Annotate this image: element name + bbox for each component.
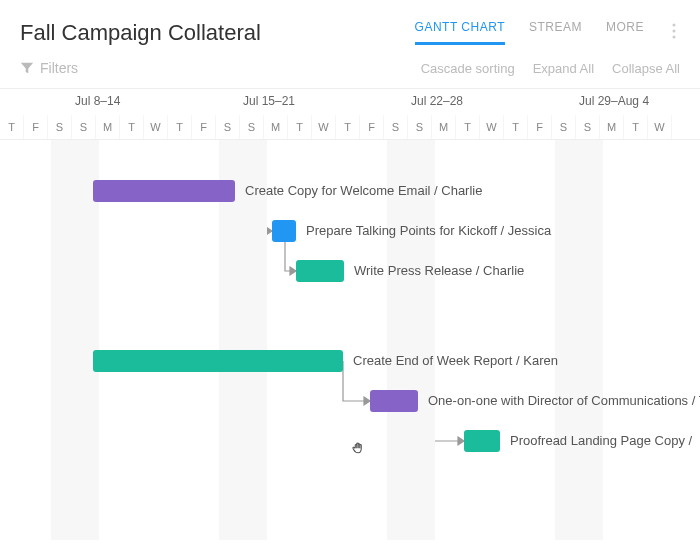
week-label: Jul 15–21	[243, 94, 295, 108]
task-bar[interactable]	[93, 180, 235, 202]
weekend-column	[411, 140, 435, 540]
collapse-all-button[interactable]: Collapse All	[612, 61, 680, 76]
day-cell: T	[336, 115, 360, 139]
chart-actions: Cascade sorting Expand All Collapse All	[421, 61, 680, 76]
day-cell: S	[240, 115, 264, 139]
timeline-header: Jul 8–14 Jul 15–21 Jul 22–28 Jul 29–Aug …	[0, 88, 700, 140]
weekend-column	[51, 140, 75, 540]
day-cell: W	[144, 115, 168, 139]
filter-icon	[20, 61, 34, 75]
task-label: Create End of Week Report / Karen	[353, 353, 558, 368]
day-cell: F	[24, 115, 48, 139]
page-title: Fall Campaign Collateral	[20, 20, 261, 46]
grab-cursor-icon	[350, 440, 368, 462]
day-cell: S	[72, 115, 96, 139]
gantt-chart-body[interactable]: Create Copy for Welcome Email / CharlieP…	[0, 140, 700, 540]
weekend-column	[243, 140, 267, 540]
more-options-icon[interactable]	[668, 23, 680, 43]
day-cell: M	[264, 115, 288, 139]
day-cell: W	[312, 115, 336, 139]
task-label: Create Copy for Welcome Email / Charlie	[245, 183, 482, 198]
day-cell: F	[192, 115, 216, 139]
day-cell: S	[48, 115, 72, 139]
day-cell: T	[504, 115, 528, 139]
filters-label: Filters	[40, 60, 78, 76]
filters-button[interactable]: Filters	[20, 60, 78, 76]
day-cell: M	[432, 115, 456, 139]
week-label: Jul 22–28	[411, 94, 463, 108]
task-label: Write Press Release / Charlie	[354, 263, 524, 278]
tab-stream[interactable]: STREAM	[529, 20, 582, 45]
day-cell: S	[552, 115, 576, 139]
svg-point-0	[673, 23, 676, 26]
task-bar[interactable]	[296, 260, 344, 282]
day-row: TFSSMTWTFSSMTWTFSSMTWTFSSMTW	[0, 115, 700, 139]
weekend-column	[387, 140, 411, 540]
day-cell: T	[624, 115, 648, 139]
day-cell: M	[600, 115, 624, 139]
day-cell: S	[408, 115, 432, 139]
day-cell: F	[360, 115, 384, 139]
expand-all-button[interactable]: Expand All	[533, 61, 594, 76]
svg-point-1	[673, 29, 676, 32]
svg-point-2	[673, 35, 676, 38]
day-cell: W	[480, 115, 504, 139]
week-label: Jul 29–Aug 4	[579, 94, 649, 108]
day-cell: T	[456, 115, 480, 139]
day-cell: S	[216, 115, 240, 139]
view-tabs: GANTT CHART STREAM MORE	[415, 20, 680, 45]
day-cell: F	[528, 115, 552, 139]
task-bar[interactable]	[370, 390, 418, 412]
day-cell: T	[120, 115, 144, 139]
weekend-column	[555, 140, 579, 540]
week-row: Jul 8–14 Jul 15–21 Jul 22–28 Jul 29–Aug …	[0, 89, 700, 115]
day-cell: T	[288, 115, 312, 139]
week-label: Jul 8–14	[75, 94, 120, 108]
weekend-column	[579, 140, 603, 540]
task-label: One-on-one with Director of Communicatio…	[428, 393, 700, 408]
day-cell: W	[648, 115, 672, 139]
day-cell: S	[384, 115, 408, 139]
task-bar[interactable]	[93, 350, 343, 372]
cascade-sorting-button[interactable]: Cascade sorting	[421, 61, 515, 76]
task-label: Prepare Talking Points for Kickoff / Jes…	[306, 223, 551, 238]
task-label: Proofread Landing Page Copy /	[510, 433, 692, 448]
day-cell: T	[168, 115, 192, 139]
tab-gantt[interactable]: GANTT CHART	[415, 20, 505, 45]
task-bar[interactable]	[464, 430, 500, 452]
day-cell: T	[0, 115, 24, 139]
task-bar[interactable]	[272, 220, 296, 242]
tab-more[interactable]: MORE	[606, 20, 644, 45]
day-cell: S	[576, 115, 600, 139]
day-cell: M	[96, 115, 120, 139]
